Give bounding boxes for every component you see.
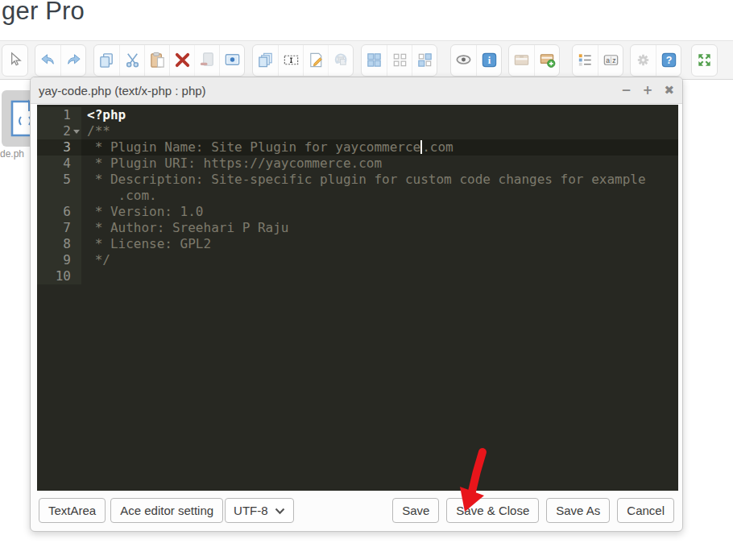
duplicate-button[interactable] xyxy=(253,44,278,77)
duplicate-icon xyxy=(256,51,275,69)
save-button[interactable]: Save xyxy=(392,498,439,523)
toolbar-group: az xyxy=(572,44,623,77)
editor-line[interactable]: 4 * Plugin URI: https://yaycommerce.com xyxy=(37,156,678,172)
edit-button[interactable] xyxy=(303,44,328,77)
line-number: 10 xyxy=(37,268,81,284)
line-number: 2 xyxy=(37,123,81,139)
toolbar-group xyxy=(252,44,354,77)
restore-button[interactable] xyxy=(328,44,353,77)
toolbar-group: i xyxy=(450,44,502,77)
dialog-footer: TextAreaAce editor setting UTF-8 SaveSav… xyxy=(31,489,682,531)
view-small-icon xyxy=(391,51,409,69)
redo-button[interactable] xyxy=(60,44,85,77)
list-view-icon xyxy=(576,51,594,69)
svg-text:?: ? xyxy=(665,55,672,66)
code-text[interactable]: * Description: Site-specific plugin for … xyxy=(81,172,678,188)
settings-icon xyxy=(634,51,652,69)
encoding-select[interactable]: UTF-8 xyxy=(225,498,294,523)
code-text[interactable]: */ xyxy=(81,252,678,268)
fullscreen-button[interactable] xyxy=(692,44,717,77)
line-number: 9 xyxy=(37,252,81,268)
line-number: 1 xyxy=(37,107,81,123)
save-close-button[interactable]: Save & Close xyxy=(446,498,539,523)
extract-button[interactable] xyxy=(534,44,559,77)
view-grid-icon xyxy=(365,51,383,69)
editor-line[interactable]: 1<?php xyxy=(37,107,678,123)
copy-icon xyxy=(97,51,116,69)
list-view-button[interactable] xyxy=(573,44,598,77)
line-number: 5 xyxy=(37,172,81,188)
editor-line[interactable]: 7 * Author: Sreehari P Raju xyxy=(37,220,678,236)
code-text[interactable]: * Plugin URI: https://yaycommerce.com xyxy=(81,156,678,172)
line-number: 7 xyxy=(37,220,81,236)
fold-toggle-icon[interactable] xyxy=(73,130,80,134)
code-editor[interactable]: 1<?php2/**3 * Plugin Name: Site Plugin f… xyxy=(37,105,678,491)
code-text[interactable]: * License: GPL2 xyxy=(81,236,678,252)
editor-line[interactable]: 3 * Plugin Name: Site Plugin for yaycomm… xyxy=(37,139,678,156)
footer-left-buttons: TextAreaAce editor setting xyxy=(39,498,223,523)
preview-icon xyxy=(223,51,242,69)
minimize-button[interactable]: − xyxy=(621,85,632,97)
cancel-button[interactable]: Cancel xyxy=(617,498,674,523)
chevron-down-icon xyxy=(275,504,285,517)
copy-button[interactable] xyxy=(94,44,119,77)
settings-button[interactable] xyxy=(631,44,656,77)
editor-line[interactable]: 6 * Version: 1.0 xyxy=(37,204,678,220)
archive-button[interactable] xyxy=(509,44,534,77)
line-number: 6 xyxy=(37,204,81,220)
cut-button[interactable] xyxy=(119,44,144,77)
pointer-button[interactable] xyxy=(2,44,27,77)
help-icon: ? xyxy=(660,51,678,69)
sort-button[interactable]: az xyxy=(598,44,623,77)
toolbar-group xyxy=(93,44,245,77)
editor-line[interactable]: 5 * Description: Site-specific plugin fo… xyxy=(37,172,678,188)
archive-icon xyxy=(512,51,531,69)
text-cursor xyxy=(420,140,422,154)
editor-line[interactable]: 8 * License: GPL2 xyxy=(37,236,678,252)
info-button[interactable]: i xyxy=(476,44,501,77)
quicklook-button[interactable] xyxy=(451,44,476,77)
view-mixed-icon xyxy=(416,51,434,69)
delete-button[interactable] xyxy=(169,44,194,77)
edit-icon xyxy=(307,51,325,69)
editor-line[interactable]: 2/** xyxy=(37,123,678,139)
toolbar: iaz? xyxy=(0,40,733,80)
editor-line[interactable]: .com. xyxy=(37,188,678,204)
remove-button[interactable] xyxy=(194,44,219,77)
code-text[interactable]: * Plugin Name: Site Plugin for yaycommer… xyxy=(81,139,678,156)
toolbar-group xyxy=(361,44,437,77)
remove-icon xyxy=(198,51,217,69)
toolbar-group xyxy=(508,44,560,77)
dialog-titlebar[interactable]: yay-code.php (text/x-php : php) −+✖ xyxy=(31,77,682,104)
save-as-button[interactable]: Save As xyxy=(546,498,610,523)
view-mixed-button[interactable] xyxy=(412,44,437,77)
code-text[interactable]: /** xyxy=(81,123,678,139)
toolbar-group: ? xyxy=(630,44,681,77)
svg-text:i: i xyxy=(487,55,491,66)
svg-text:z: z xyxy=(612,56,615,64)
textarea-button[interactable]: TextArea xyxy=(39,498,106,523)
undo-button[interactable] xyxy=(35,44,60,77)
code-text[interactable] xyxy=(81,268,678,284)
rename-icon xyxy=(282,51,300,69)
fullscreen-icon xyxy=(695,51,714,69)
paste-button[interactable] xyxy=(144,44,169,77)
line-number: 3 xyxy=(37,139,81,156)
ace-editor-setting-button[interactable]: Ace editor setting xyxy=(110,498,223,523)
editor-line[interactable]: 9 */ xyxy=(37,252,678,268)
code-text[interactable]: * Version: 1.0 xyxy=(81,204,678,220)
footer-right-buttons: SaveSave & CloseSave AsCancel xyxy=(392,498,674,523)
maximize-button[interactable]: + xyxy=(643,85,653,97)
view-grid-button[interactable] xyxy=(362,44,387,77)
editor-line[interactable]: 10 xyxy=(37,268,678,284)
rename-button[interactable] xyxy=(278,44,303,77)
code-text[interactable]: * Author: Sreehari P Raju xyxy=(81,220,678,236)
toolbar-group xyxy=(35,44,86,77)
preview-button[interactable] xyxy=(219,44,244,77)
view-small-button[interactable] xyxy=(387,44,412,77)
help-button[interactable]: ? xyxy=(656,44,681,77)
code-text[interactable]: <?php xyxy=(81,107,678,123)
close-button[interactable]: ✖ xyxy=(664,85,674,97)
sort-icon: az xyxy=(602,51,620,69)
code-text[interactable]: .com. xyxy=(81,188,678,204)
